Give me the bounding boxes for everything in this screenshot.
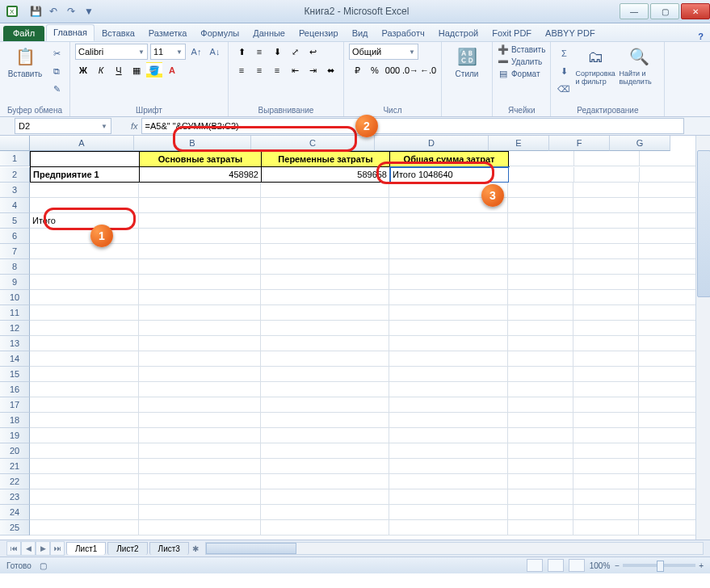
cell[interactable] [573, 474, 639, 489]
cell[interactable] [389, 459, 508, 474]
cell[interactable] [573, 459, 639, 474]
row-header[interactable]: 1 [0, 151, 30, 166]
row-header[interactable]: 25 [0, 520, 30, 536]
col-header-E[interactable]: E [489, 136, 549, 151]
cell[interactable] [389, 443, 508, 459]
cut-icon[interactable]: ✂ [48, 45, 65, 61]
row-header[interactable]: 14 [0, 351, 30, 367]
tab-dev[interactable]: Разработч [376, 26, 431, 41]
cell[interactable] [30, 151, 140, 167]
cell[interactable] [30, 474, 139, 489]
cells-format-button[interactable]: ▤Формат [498, 68, 540, 79]
merge-icon[interactable]: ⬌ [322, 62, 338, 78]
font-color-button[interactable]: A [164, 62, 180, 78]
cell[interactable] [30, 489, 139, 505]
sheet-tab-2[interactable]: Лист2 [107, 542, 147, 555]
cell[interactable] [639, 489, 704, 505]
cell[interactable]: Итого 1048640 [390, 167, 509, 183]
wrap-text-icon[interactable]: ↩ [305, 44, 321, 60]
cell[interactable] [139, 259, 261, 275]
indent-dec-icon[interactable]: ⇤ [287, 62, 303, 78]
cell[interactable] [261, 275, 389, 290]
cell[interactable] [261, 244, 389, 259]
cell[interactable] [261, 183, 389, 198]
cell[interactable] [389, 290, 508, 305]
cell[interactable] [261, 367, 389, 382]
cell[interactable] [573, 397, 639, 413]
comma-icon[interactable]: 000 [384, 62, 401, 78]
align-middle-icon[interactable]: ≡ [251, 44, 267, 60]
row-header[interactable]: 23 [0, 489, 30, 505]
cell[interactable] [639, 336, 704, 351]
cell[interactable] [639, 443, 704, 459]
cell[interactable] [508, 259, 573, 275]
cell[interactable] [389, 183, 508, 198]
tab-addins[interactable]: Надстрой [432, 26, 485, 41]
cell[interactable] [573, 443, 639, 459]
sheet-nav-next-icon[interactable]: ▶ [36, 541, 50, 556]
minimize-button[interactable]: — [620, 3, 649, 19]
format-painter-icon[interactable]: ✎ [48, 81, 65, 97]
cell[interactable] [508, 459, 573, 474]
cell[interactable] [508, 321, 573, 336]
fx-icon[interactable]: fx [131, 121, 138, 131]
cell[interactable] [639, 505, 704, 520]
cell[interactable] [139, 443, 261, 459]
cell[interactable] [508, 474, 573, 489]
cell[interactable] [508, 351, 573, 367]
fill-icon[interactable]: ⬇ [556, 63, 572, 79]
cell[interactable] [139, 305, 261, 321]
row-header[interactable]: 19 [0, 428, 30, 443]
cell[interactable] [573, 321, 639, 336]
cell[interactable] [139, 413, 261, 428]
cell[interactable] [573, 413, 639, 428]
cell[interactable] [639, 229, 704, 244]
cell[interactable] [261, 198, 389, 213]
cell[interactable] [508, 413, 573, 428]
row-header[interactable]: 10 [0, 290, 30, 305]
cell[interactable] [508, 336, 573, 351]
cell[interactable] [139, 459, 261, 474]
cell[interactable] [574, 151, 640, 166]
cell[interactable] [573, 520, 639, 536]
sheet-nav-last-icon[interactable]: ⏭ [50, 541, 65, 556]
cell[interactable] [639, 474, 704, 489]
zoom-out-icon[interactable]: − [615, 561, 620, 570]
cell[interactable] [389, 305, 508, 321]
col-header-A[interactable]: A [30, 136, 134, 151]
cell[interactable] [574, 167, 640, 183]
copy-icon[interactable]: ⧉ [48, 63, 65, 79]
cell[interactable] [139, 474, 261, 489]
cell[interactable] [389, 213, 508, 229]
row-header[interactable]: 18 [0, 413, 30, 428]
underline-button[interactable]: Ч [111, 62, 127, 78]
worksheet-grid[interactable]: A B C D E F G 1Основные затратыПеременны… [0, 136, 710, 540]
cell[interactable] [30, 367, 139, 382]
cell[interactable] [639, 213, 704, 229]
tab-data[interactable]: Данные [246, 26, 292, 41]
cell[interactable] [261, 474, 389, 489]
cell[interactable] [508, 382, 573, 397]
view-layout-icon[interactable] [548, 559, 564, 572]
cell[interactable] [30, 413, 139, 428]
cell[interactable] [261, 459, 389, 474]
currency-icon[interactable]: ₽ [349, 62, 365, 78]
cell[interactable] [389, 244, 508, 259]
cell[interactable] [261, 489, 389, 505]
cell[interactable] [508, 305, 573, 321]
fill-color-button[interactable]: 🪣 [146, 62, 162, 78]
cell[interactable] [389, 474, 508, 489]
cell[interactable] [389, 505, 508, 520]
inc-decimal-icon[interactable]: .0→ [402, 62, 418, 78]
cell[interactable] [389, 367, 508, 382]
cell[interactable] [139, 213, 261, 229]
cell[interactable] [573, 290, 639, 305]
cell[interactable] [639, 290, 704, 305]
cell[interactable] [139, 351, 261, 367]
cell[interactable] [30, 290, 139, 305]
cell[interactable] [139, 397, 261, 413]
row-header[interactable]: 12 [0, 321, 30, 336]
align-right-icon[interactable]: ≡ [269, 62, 285, 78]
cell[interactable] [573, 428, 639, 443]
cell[interactable] [508, 443, 573, 459]
